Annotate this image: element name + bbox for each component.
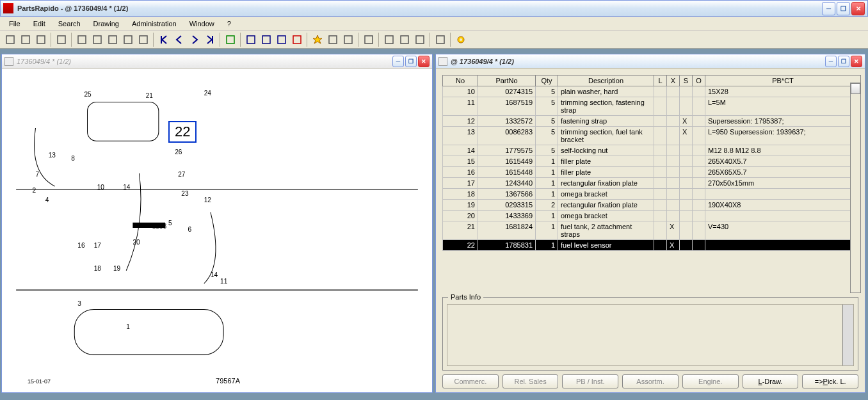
col-o[interactable]: O xyxy=(693,76,705,86)
parts-scrollbar[interactable] xyxy=(850,83,861,293)
table-row[interactable]: 1116875195trimming section, fastening st… xyxy=(443,97,861,116)
table-row[interactable]: 1002743155plain washer, hard15X28 xyxy=(443,86,861,97)
c-icon[interactable] xyxy=(412,32,427,47)
menu-administration[interactable]: Administration xyxy=(125,18,183,29)
parts-maximize-button[interactable]: ❐ xyxy=(838,56,849,67)
save-icon[interactable] xyxy=(33,32,48,47)
zoom-fit-icon[interactable] xyxy=(74,32,89,47)
toolbar xyxy=(0,31,868,49)
table-row[interactable]: 1300862835trimming section, fuel tank br… xyxy=(443,127,861,145)
doc-icon[interactable] xyxy=(325,32,340,47)
menu-search[interactable]: Search xyxy=(52,18,87,29)
svg-text:8: 8 xyxy=(71,155,75,162)
flag-icon[interactable] xyxy=(289,32,304,47)
btn-ldraw[interactable]: L-Draw. xyxy=(743,374,799,388)
maximize-button[interactable]: ❐ xyxy=(837,2,850,15)
drawing-maximize-button[interactable]: ❐ xyxy=(405,56,417,67)
btn-engine[interactable]: Engine. xyxy=(682,374,739,388)
svg-text:25: 25 xyxy=(84,91,92,98)
parts-close-button[interactable]: ✕ xyxy=(851,56,862,67)
page-icon[interactable] xyxy=(433,32,447,47)
table-row[interactable]: 1213325725fastening strapXSupersession: … xyxy=(443,116,861,127)
table-row[interactable]: 1417795755self-locking nutM12 8.8 M12 8.… xyxy=(443,145,861,156)
close-button[interactable]: ✕ xyxy=(851,2,865,15)
svg-rect-10 xyxy=(247,36,255,44)
table-row[interactable]: 2217858311fuel level sensorX xyxy=(443,240,861,251)
svg-text:1153: 1153 xyxy=(152,223,167,230)
first-icon[interactable] xyxy=(156,32,171,47)
scrollbar-thumb[interactable] xyxy=(851,83,860,94)
col-x[interactable]: X xyxy=(667,76,680,86)
svg-text:17: 17 xyxy=(94,242,102,249)
drawing-window: 1736049/4 * (1/2) ─ ❐ ✕ 1153 xyxy=(1,54,433,393)
a-icon[interactable] xyxy=(382,32,396,47)
col-l[interactable]: L xyxy=(654,76,667,86)
btn-relsales[interactable]: Rel. Sales xyxy=(502,374,559,388)
key-icon[interactable] xyxy=(341,32,355,47)
parts-info-scrollbar[interactable] xyxy=(842,305,853,365)
svg-text:11: 11 xyxy=(220,278,228,285)
col-no[interactable]: No xyxy=(443,76,478,86)
drawing-minimize-button[interactable]: ─ xyxy=(392,56,404,67)
menu-edit[interactable]: Edit xyxy=(27,18,52,29)
cart-icon[interactable] xyxy=(223,32,237,47)
parts-table-header[interactable]: NoPartNoQtyDescriptionLXSOPB*CT xyxy=(443,76,861,86)
svg-rect-6 xyxy=(109,36,117,44)
col-s[interactable]: S xyxy=(680,76,693,86)
svg-text:10: 10 xyxy=(97,184,105,191)
donut-icon[interactable] xyxy=(453,32,468,47)
drawing-close-button[interactable]: ✕ xyxy=(418,56,430,67)
id-icon[interactable] xyxy=(259,32,273,47)
parts-info-label: Parts Info xyxy=(448,293,483,301)
menu-window[interactable]: Window xyxy=(183,18,221,29)
refresh-icon[interactable] xyxy=(274,32,289,47)
svg-rect-15 xyxy=(344,36,352,44)
drawing-canvas[interactable]: 1153 247 13825 212627 231014 181920 5612… xyxy=(2,68,432,392)
window-icon[interactable] xyxy=(120,32,135,47)
print-icon[interactable] xyxy=(54,32,68,47)
table-row[interactable]: 2116818241fuel tank, 2 attachment straps… xyxy=(443,221,861,240)
col-pbct[interactable]: PB*CT xyxy=(705,76,861,86)
open-icon[interactable] xyxy=(18,32,33,47)
btn-assortm[interactable]: Assortm. xyxy=(622,374,679,388)
svg-rect-17 xyxy=(385,36,393,44)
b-icon[interactable] xyxy=(397,32,412,47)
zoom-in-icon[interactable] xyxy=(90,32,104,47)
svg-text:24: 24 xyxy=(204,90,212,97)
table-row[interactable]: 2014333691omega bracket xyxy=(443,211,861,221)
zoom-out-icon[interactable] xyxy=(105,32,120,47)
svg-rect-0 xyxy=(6,36,14,44)
drawing-window-titlebar[interactable]: 1736049/4 * (1/2) ─ ❐ ✕ xyxy=(2,54,432,68)
svg-text:21: 21 xyxy=(146,92,154,99)
parts-minimize-button[interactable]: ─ xyxy=(825,56,837,67)
next-icon[interactable] xyxy=(187,32,202,47)
grid-icon[interactable] xyxy=(136,32,150,47)
parts-window-titlebar[interactable]: @ 1736049/4 * (1/2) ─ ❐ ✕ xyxy=(436,54,865,68)
col-partno[interactable]: PartNo xyxy=(478,76,536,86)
menu-[interactable]: ? xyxy=(221,18,237,29)
table-row[interactable]: 1616154481filler plate265X65X5.7 xyxy=(443,167,861,178)
table-row[interactable]: 1813675661omega bracket xyxy=(443,189,861,200)
parts-table[interactable]: NoPartNoQtyDescriptionLXSOPB*CT 10027431… xyxy=(442,75,861,251)
table-row[interactable]: 1516154491filler plate265X40X5.7 xyxy=(443,156,861,167)
prev-icon[interactable] xyxy=(172,32,186,47)
parts-info-content xyxy=(447,304,854,366)
col-description[interactable]: Description xyxy=(558,76,654,86)
svg-text:27: 27 xyxy=(178,171,186,178)
btn-pbinst[interactable]: PB / Inst. xyxy=(562,374,618,388)
btn-commerc[interactable]: Commerc. xyxy=(442,374,499,388)
minimize-button[interactable]: ─ xyxy=(822,2,835,15)
menu-drawing[interactable]: Drawing xyxy=(87,18,125,29)
table-row[interactable]: 1712434401rectangular fixation plate270x… xyxy=(443,178,861,189)
menu-file[interactable]: File xyxy=(3,18,27,29)
doc-icon xyxy=(438,57,447,66)
binoculars-icon[interactable] xyxy=(243,32,258,47)
btn-pickl[interactable]: =>Pick. L. xyxy=(802,374,858,388)
selected-callout[interactable]: 22 xyxy=(168,121,197,143)
star-icon[interactable] xyxy=(310,32,325,47)
new-icon[interactable] xyxy=(3,32,17,47)
last-icon[interactable] xyxy=(202,32,217,47)
col-qty[interactable]: Qty xyxy=(536,76,558,86)
table-row[interactable]: 1902933152rectangular fixation plate190X… xyxy=(443,200,861,211)
reload-icon[interactable] xyxy=(361,32,376,47)
